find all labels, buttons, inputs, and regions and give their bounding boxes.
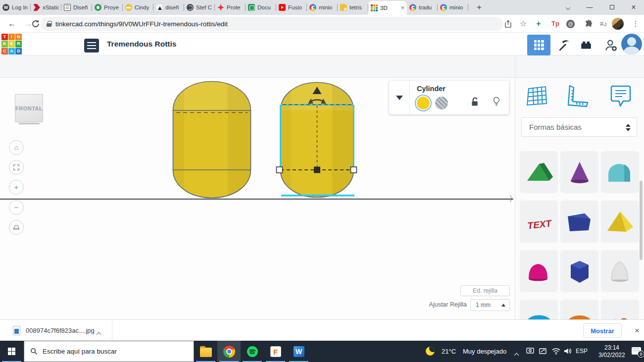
- tab-tinkercad-active[interactable]: 3D ×: [368, 1, 407, 15]
- shape-category-select[interactable]: Formas básicas: [521, 117, 637, 137]
- playlist-icon[interactable]: ≡♪: [597, 15, 610, 33]
- tab-docu[interactable]: Docu: [246, 0, 276, 15]
- dashboard-grid-button[interactable]: [527, 35, 550, 55]
- minecraft-pickaxe-icon[interactable]: [552, 35, 576, 55]
- design-canvas[interactable]: FRONTAL ⌂ + −: [0, 78, 515, 319]
- shape-torus-blue[interactable]: [520, 300, 558, 319]
- extension-tp-icon[interactable]: Tp: [548, 15, 562, 33]
- wifi-icon[interactable]: [551, 347, 561, 357]
- url-field[interactable]: tinkercad.com/things/9IV0WUrFFUr-tremend…: [41, 17, 503, 31]
- tab-tetris[interactable]: tetris: [338, 0, 368, 15]
- tray-expand-chevron-icon[interactable]: [515, 350, 518, 359]
- scale-handle-left[interactable]: [277, 167, 283, 173]
- restore-button[interactable]: [601, 0, 623, 15]
- panel-scrollbar[interactable]: [640, 181, 643, 260]
- bookmark-star-icon[interactable]: ☆: [517, 15, 530, 33]
- add-collaborator-icon[interactable]: [599, 35, 622, 55]
- view-cube[interactable]: FRONTAL: [15, 94, 43, 122]
- ruler-tool-icon[interactable]: [565, 84, 591, 110]
- shape-cone[interactable]: [560, 151, 598, 193]
- back-icon[interactable]: ←: [5, 15, 19, 33]
- color-swatch-selected[interactable]: [417, 97, 430, 109]
- taskbar-search-input[interactable]: Escribe aquí para buscar: [24, 341, 194, 362]
- tab-search-chevron-icon[interactable]: [557, 0, 579, 15]
- share-icon[interactable]: [502, 15, 515, 33]
- design-title[interactable]: Tremendous Rottis: [107, 33, 176, 55]
- shape-torus-orange[interactable]: [560, 300, 598, 319]
- extension-add-icon[interactable]: +: [533, 15, 545, 33]
- notes-tool-icon[interactable]: [609, 84, 632, 111]
- profile-avatar[interactable]: [612, 15, 624, 30]
- edit-grid-button[interactable]: Ed. rejilla: [460, 285, 510, 296]
- new-tab-button[interactable]: +: [468, 0, 490, 15]
- inspector-collapse-button[interactable]: [389, 81, 410, 114]
- design-menu-icon[interactable]: [84, 39, 99, 52]
- user-avatar[interactable]: [621, 34, 642, 54]
- tab-xstatic[interactable]: xStatic: [31, 0, 61, 15]
- pen-input-icon[interactable]: [539, 347, 547, 357]
- close-window-button[interactable]: ×: [623, 0, 644, 15]
- snap-grid-select[interactable]: 1 mm: [470, 299, 510, 311]
- clock[interactable]: 23:14 3/02/2022: [593, 344, 631, 359]
- tab-minio2[interactable]: minio: [438, 0, 468, 15]
- tab-cindy[interactable]: Cindy: [123, 0, 153, 15]
- tab-tradu[interactable]: tradu: [407, 0, 438, 15]
- lego-brick-icon[interactable]: [574, 35, 597, 55]
- lock-icon[interactable]: [47, 21, 51, 27]
- shape-soft-cone[interactable]: [601, 250, 639, 292]
- hide-lightbulb-icon[interactable]: [492, 96, 501, 109]
- cast-screen-icon[interactable]: [526, 347, 535, 357]
- word-icon[interactable]: W: [287, 341, 310, 362]
- zoom-in-button[interactable]: +: [9, 180, 24, 195]
- shape-paraboloid[interactable]: [520, 250, 558, 292]
- shape-text[interactable]: TEXT: [520, 201, 558, 243]
- temperature-label[interactable]: 21°C: [442, 341, 456, 362]
- perspective-toggle-button[interactable]: [9, 220, 24, 235]
- minimize-button[interactable]: —: [579, 0, 600, 15]
- downloaded-file-button[interactable]: 008974c7f6f823ac....jpg: [26, 320, 95, 341]
- close-download-bar-icon[interactable]: ×: [630, 320, 644, 341]
- shape-scribble-brown[interactable]: [601, 300, 639, 319]
- language-indicator[interactable]: ESP: [576, 341, 588, 362]
- tab-minio[interactable]: minio: [307, 0, 338, 15]
- scale-handle-right[interactable]: [351, 167, 357, 173]
- tab-proye[interactable]: Proye: [92, 0, 123, 15]
- fit-view-button[interactable]: [9, 160, 24, 175]
- shape-round-roof[interactable]: [601, 151, 639, 193]
- capsule-shape-left[interactable]: [172, 81, 251, 199]
- shape-pyramid[interactable]: [601, 201, 639, 243]
- spotify-icon[interactable]: [241, 341, 264, 362]
- tab-fusio[interactable]: Fusio: [276, 0, 307, 15]
- workplane-front-line: [0, 199, 513, 200]
- zoom-out-button[interactable]: −: [9, 200, 24, 215]
- tab-log-in[interactable]: Log In: [0, 0, 31, 15]
- unlock-icon[interactable]: [470, 97, 480, 109]
- extension-at-icon[interactable]: @: [566, 15, 575, 28]
- weather-label[interactable]: Muy despejado: [463, 341, 506, 362]
- shape-polygon[interactable]: [560, 201, 598, 243]
- tab-disen2[interactable]: diseñ: [153, 0, 184, 15]
- home-view-button[interactable]: ⌂: [9, 140, 24, 155]
- weather-moon-icon[interactable]: [426, 347, 435, 356]
- extensions-puzzle-icon[interactable]: [582, 15, 595, 33]
- tinkercad-logo[interactable]: T I N K E R C A D: [1, 34, 22, 54]
- scale-handle-center[interactable]: [314, 167, 320, 173]
- workplane-tool-icon[interactable]: [525, 85, 549, 109]
- capsule-shape-right-selected[interactable]: [276, 82, 358, 198]
- tab-disen[interactable]: Diseñ: [61, 0, 92, 15]
- file-explorer-icon[interactable]: [194, 341, 217, 362]
- tab-prote[interactable]: Prote: [215, 0, 246, 15]
- chrome-icon[interactable]: [217, 341, 241, 362]
- show-all-downloads-button[interactable]: Mostrar todo: [583, 323, 622, 338]
- shape-hex-prism[interactable]: [560, 250, 598, 292]
- kebab-menu-icon[interactable]: ⋮: [630, 15, 642, 33]
- fusion-icon[interactable]: F: [264, 341, 287, 362]
- tab-close-icon[interactable]: ×: [401, 4, 404, 11]
- start-button[interactable]: [0, 341, 23, 362]
- download-expand-chevron-icon[interactable]: [97, 329, 100, 338]
- tab-stef[interactable]: Stef C: [184, 0, 215, 15]
- shape-roof[interactable]: [520, 151, 558, 193]
- transparent-swatch[interactable]: [435, 97, 448, 109]
- volume-icon[interactable]: [563, 347, 572, 357]
- notification-center-icon[interactable]: 9: [632, 347, 641, 355]
